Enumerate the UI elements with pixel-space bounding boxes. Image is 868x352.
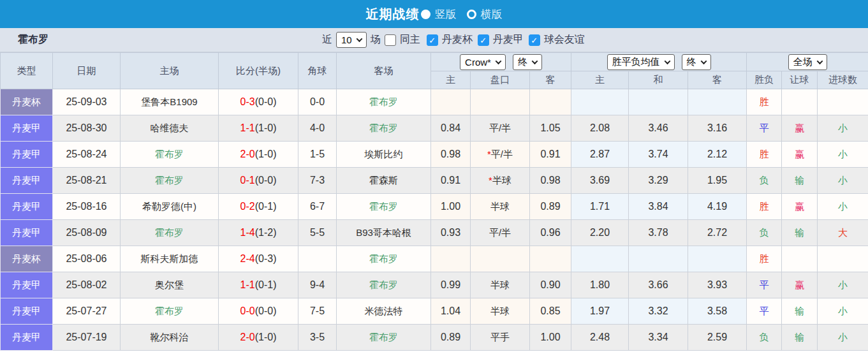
mean-away-odds: 2.72: [688, 220, 747, 246]
result-badge: 平: [747, 115, 782, 142]
filter-label-club-friendly[interactable]: 球会友谊: [544, 33, 585, 47]
score-cell: 0-1(0-0): [219, 168, 298, 194]
team-name: 霍布罗: [18, 33, 48, 47]
result-badge: 胜: [747, 194, 782, 220]
horizontal-layout-label[interactable]: 横版: [481, 7, 503, 22]
handicap-home-odds: 0.93: [431, 220, 471, 246]
odds-source-select[interactable]: Crow*: [460, 54, 506, 70]
filter-checkbox-danish-cup[interactable]: [427, 34, 438, 46]
handicap-away-odds: 1.05: [530, 115, 571, 142]
goals-badge: 小: [818, 194, 868, 220]
handicap-result-badge: 赢: [782, 272, 818, 298]
handicap-away-odds: 0.96: [530, 220, 571, 246]
handicap-result-badge: [782, 246, 818, 272]
mean-away-odds: 1.95: [688, 168, 747, 194]
handicap-line: 平手: [471, 325, 530, 351]
corner-score: 6-7: [298, 194, 337, 220]
handicap-line: *平/半: [471, 142, 530, 168]
mean-away-odds: 2.59: [688, 325, 747, 351]
col-header-mean-home: 主: [571, 71, 629, 89]
handicap-result-badge: 输: [782, 325, 818, 351]
score-cell: 0-3(0-0): [219, 89, 298, 115]
home-team: 靴尔科治: [121, 325, 219, 351]
wdl-mean-select[interactable]: 胜平负均值: [607, 54, 675, 70]
match-count-select[interactable]: 10: [336, 32, 367, 48]
match-type: 丹麦杯: [1, 246, 53, 272]
results-tbody: 丹麦杯 25-09-03 堡鲁本B1909 0-3(0-0) 0-0 霍布罗 胜…: [1, 89, 868, 351]
filter-checkbox-same-venue[interactable]: [385, 34, 396, 46]
filter-label-danish-cup[interactable]: 丹麦杯: [442, 33, 473, 47]
table-row: 丹麦甲 25-08-02 奥尔堡 1-1(0-1) 9-4 霍布罗 0.99 半…: [1, 272, 868, 298]
home-team: 霍布罗: [121, 220, 219, 246]
filter-label-danish-1st[interactable]: 丹麦甲: [493, 33, 524, 47]
col-header-away: 客场: [337, 53, 431, 89]
col-header-mean-draw: 和: [629, 71, 688, 89]
mean-home-odds: 2.48: [571, 325, 629, 351]
filter-checkbox-danish-1st[interactable]: [478, 34, 489, 46]
col-header-mean-away: 客: [688, 71, 747, 89]
half-time-score: (0-0): [255, 305, 277, 316]
match-type: 丹麦甲: [1, 220, 53, 246]
wdl-time-value: 终: [687, 56, 696, 68]
corner-score: 7-3: [298, 168, 337, 194]
mean-away-odds: 4.19: [688, 194, 747, 220]
full-time-score: 1-1: [240, 122, 255, 133]
away-team: 霍布罗: [337, 246, 431, 272]
mean-home-odds: 3.69: [571, 168, 629, 194]
mean-draw-odds: [629, 246, 688, 272]
handicap-away-odds: [530, 246, 571, 272]
match-date: 25-08-02: [53, 272, 121, 298]
corner-score: 5-5: [298, 220, 337, 246]
score-cell: 0-0(0-0): [219, 298, 298, 325]
handicap-time-select[interactable]: 终: [513, 54, 542, 70]
mean-draw-odds: 3.34: [629, 325, 688, 351]
goals-badge: 小: [818, 142, 868, 168]
score-cell: 2-0(1-0): [219, 325, 298, 351]
match-date: 25-08-09: [53, 220, 121, 246]
corner-score: [298, 246, 337, 272]
mean-home-odds: 2.20: [571, 220, 629, 246]
col-header-goals: 进球数: [818, 71, 868, 89]
vertical-layout-radio[interactable]: [421, 10, 430, 19]
half-time-score: (1-0): [255, 122, 277, 133]
match-type: 丹麦甲: [1, 298, 53, 325]
home-team: 哈维德夫: [121, 115, 219, 142]
vertical-layout-label[interactable]: 竖版: [435, 7, 457, 22]
handicap-home-odds: 0.84: [431, 115, 471, 142]
handicap-line: 平/半: [471, 115, 530, 142]
result-badge: 负: [747, 325, 782, 351]
corner-score: 0-0: [298, 89, 337, 115]
away-team: 霍布罗: [337, 325, 431, 351]
result-badge: 平: [747, 272, 782, 298]
filter-checkbox-club-friendly[interactable]: [529, 34, 540, 46]
away-team: 霍布罗: [337, 115, 431, 142]
table-header: 类型 日期 主场 比分(半场) 角球 客场 Crow* 终: [1, 53, 868, 89]
handicap-home-odds: 0.91: [431, 168, 471, 194]
handicap-result-badge: 赢: [782, 115, 818, 142]
horizontal-layout-radio[interactable]: [467, 10, 476, 19]
match-date: 25-08-06: [53, 246, 121, 272]
mean-away-odds: 2.12: [688, 142, 747, 168]
mean-home-odds: 2.87: [571, 142, 629, 168]
matches-label: 场: [371, 33, 381, 47]
filter-label-same-venue[interactable]: 同主: [400, 33, 420, 47]
handicap-away-odds: 0.90: [530, 272, 571, 298]
match-type: 丹麦甲: [1, 272, 53, 298]
table-row: 丹麦甲 25-08-24 霍布罗 2-0(1-0) 1-5 埃斯比约 0.98 …: [1, 142, 868, 168]
corner-score: 7-5: [298, 298, 337, 325]
odds-source-value: Crow*: [465, 57, 491, 68]
col-header-date: 日期: [53, 53, 121, 89]
result-badge: 胜: [747, 142, 782, 168]
chevron-down-icon: [664, 58, 670, 64]
handicap-result-badge: 赢: [782, 194, 818, 220]
scope-group-header: 全场: [747, 53, 868, 71]
result-badge: 负: [747, 220, 782, 246]
handicap-result-badge: 输: [782, 298, 818, 325]
away-team: 米德法特: [337, 298, 431, 325]
scope-select[interactable]: 全场: [788, 54, 827, 70]
handicap-group-header: Crow* 终: [431, 53, 571, 71]
away-team: 霍布罗: [337, 194, 431, 220]
filter-bar: 霍布罗 近 10 场 同主 丹麦杯 丹麦甲 球会友谊: [0, 28, 868, 52]
scope-value: 全场: [793, 56, 813, 68]
wdl-time-select[interactable]: 终: [682, 54, 711, 70]
